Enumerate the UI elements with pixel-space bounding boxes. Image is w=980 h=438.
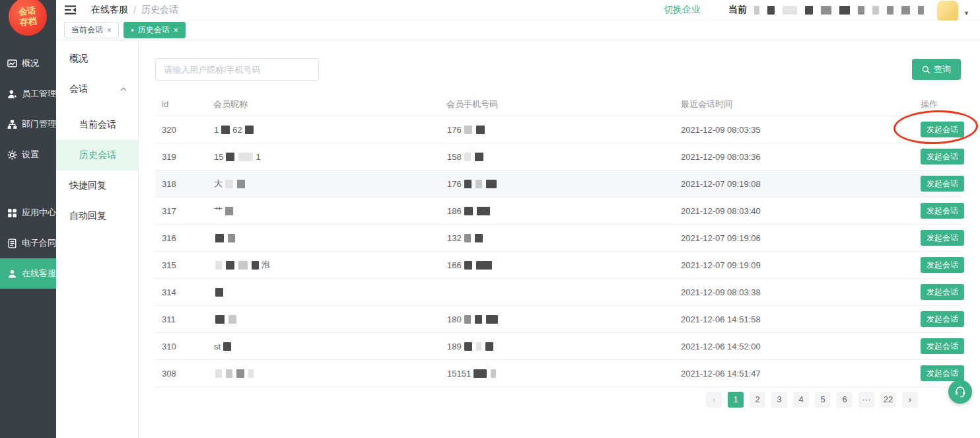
tab-label: 历史会话 [138, 24, 170, 36]
start-session-button[interactable]: 发起会话 [921, 284, 964, 300]
cell-id: 310 [155, 342, 213, 351]
switch-company-link[interactable]: 切换企业 [664, 4, 701, 16]
start-session-button[interactable]: 发起会话 [921, 176, 964, 192]
start-session-button[interactable]: 发起会话 [921, 338, 964, 354]
phone-text: 176 [447, 125, 462, 135]
cell-last-session-time: 2021-12-06 14:51:47 [674, 369, 914, 379]
nickname-redaction-block [238, 261, 248, 270]
phone-redaction-block [477, 207, 490, 215]
pagination-page-button[interactable]: 5 [815, 392, 831, 408]
cell-id: 308 [155, 369, 213, 379]
phone-redaction-block [476, 126, 485, 134]
submenu-item[interactable]: 当前会话 [56, 110, 138, 140]
sidebar-item-overview[interactable]: 概况 [0, 48, 56, 79]
submenu-item[interactable]: 历史会话 [56, 140, 138, 170]
phone-redaction-block [486, 180, 497, 188]
service-icon [7, 269, 17, 279]
tab-bar: 当前会话×●历史会话× [56, 20, 980, 40]
nickname-redaction-block [236, 369, 244, 378]
sidebar-item-label: 应用中心 [22, 207, 56, 219]
sidebar-item-apps[interactable]: 应用中心 [0, 198, 56, 228]
pagination-page-button[interactable]: 2 [750, 392, 765, 408]
cell-nickname: 艹 [213, 205, 440, 217]
cell-phone: 15151 [440, 369, 674, 379]
cell-last-session-time: 2021-12-09 08:03:36 [674, 152, 914, 162]
query-button[interactable]: 查询 [912, 59, 961, 80]
sidebar-item-settings[interactable]: 设置 [0, 139, 56, 170]
table-row: 3111802021-12-06 14:51:58发起会话 [155, 306, 961, 333]
customer-service-float-button[interactable] [948, 380, 972, 404]
sidebar-item-department[interactable]: 部门管理 [0, 109, 56, 139]
nickname-text: st [214, 342, 221, 351]
phone-text: 176 [447, 179, 462, 189]
sidebar-item-label: 电子合同 [22, 237, 56, 249]
phone-redaction-block [476, 261, 492, 270]
breadcrumb-root[interactable]: 在线客服 [91, 4, 128, 16]
secondary-sidebar: 概况会话当前会话历史会话快捷回复自动回复 [56, 40, 139, 438]
cell-nickname [213, 288, 440, 297]
pagination-ellipsis[interactable]: ··· [858, 392, 874, 408]
submenu-item[interactable]: 自动回复 [56, 201, 138, 231]
tab-dot-icon: ● [131, 28, 134, 33]
cell-action: 发起会话 [914, 176, 964, 192]
collapse-menu-icon[interactable] [65, 5, 76, 15]
cell-last-session-time: 2021-12-09 08:03:35 [674, 125, 914, 135]
submenu-item[interactable]: 概况 [56, 44, 138, 74]
pagination-page-button[interactable]: 4 [793, 392, 809, 408]
pagination-page-button[interactable]: 6 [837, 392, 853, 408]
close-icon[interactable]: × [107, 26, 112, 35]
cell-id: 315 [155, 260, 213, 270]
close-icon[interactable]: × [174, 26, 178, 35]
nickname-redaction-block [215, 234, 224, 242]
start-session-button[interactable]: 发起会话 [921, 230, 964, 246]
sidebar-item-contract[interactable]: 电子合同 [0, 228, 56, 258]
tab-active[interactable]: ●历史会话× [123, 22, 186, 38]
company-redaction-block [918, 6, 924, 15]
submenu-item[interactable]: 快捷回复 [56, 170, 138, 201]
pagination-prev-button[interactable]: ‹ [706, 392, 722, 408]
nickname-text: 1 [256, 152, 260, 162]
phone-text: 15151 [447, 369, 471, 379]
nickname-redaction-block [215, 288, 223, 297]
table-row: 315泡1662021-12-07 09:19:09发起会话 [155, 252, 961, 279]
phone-text: 180 [447, 314, 462, 324]
nickname-text: 62 [232, 125, 242, 135]
pagination-page-button[interactable]: 3 [771, 392, 787, 408]
chevron-up-icon[interactable] [120, 87, 127, 91]
cell-nickname: 大 [213, 178, 440, 190]
start-session-button[interactable]: 发起会话 [921, 203, 964, 219]
table-row: 308151512021-12-06 14:51:47发起会话 [155, 360, 961, 387]
cell-phone: 176 [440, 125, 674, 135]
sidebar-item-service[interactable]: 在线客服 [0, 258, 56, 289]
avatar[interactable] [937, 1, 958, 22]
submenu-item[interactable]: 会话 [56, 74, 138, 104]
table-row: 318大1762021-12-07 09:19:08发起会话 [155, 170, 961, 198]
pagination-next-button[interactable]: › [902, 392, 918, 408]
nickname-redaction-block [215, 315, 225, 324]
primary-nav: 概况员工管理部门管理设置应用中心电子合同在线客服 [0, 48, 56, 289]
primary-sidebar: 会话 存档 概况员工管理部门管理设置应用中心电子合同在线客服 [0, 0, 56, 438]
phone-text: 189 [447, 342, 462, 351]
start-session-button[interactable]: 发起会话 [921, 365, 964, 381]
chevron-down-icon[interactable]: ▼ [963, 10, 969, 17]
pagination-page-button[interactable]: 1 [728, 392, 744, 408]
sidebar-item-label: 概况 [22, 57, 39, 69]
start-session-button[interactable]: 发起会话 [921, 311, 964, 327]
tab-inactive[interactable]: 当前会话× [64, 22, 119, 38]
sidebar-item-label: 部门管理 [22, 118, 56, 130]
contract-icon [7, 238, 17, 248]
pagination-page-button[interactable]: 22 [880, 392, 896, 408]
start-session-button[interactable]: 发起会话 [921, 149, 964, 164]
nickname-text: 大 [214, 178, 223, 190]
submenu-item-label: 会话 [69, 83, 88, 95]
column-header: 会员手机号码 [440, 98, 674, 110]
start-session-button[interactable]: 发起会话 [921, 122, 964, 137]
company-redaction-block [821, 6, 831, 15]
cell-action: 发起会话 [914, 365, 964, 381]
cell-last-session-time: 2021-12-07 09:19:08 [674, 179, 914, 189]
table-row: 3201621762021-12-09 08:03:35发起会话 [155, 116, 961, 143]
cell-last-session-time: 2021-12-07 09:19:06 [674, 233, 914, 243]
start-session-button[interactable]: 发起会话 [921, 257, 964, 273]
search-input[interactable] [155, 58, 319, 81]
sidebar-item-staff[interactable]: 员工管理 [0, 79, 56, 109]
